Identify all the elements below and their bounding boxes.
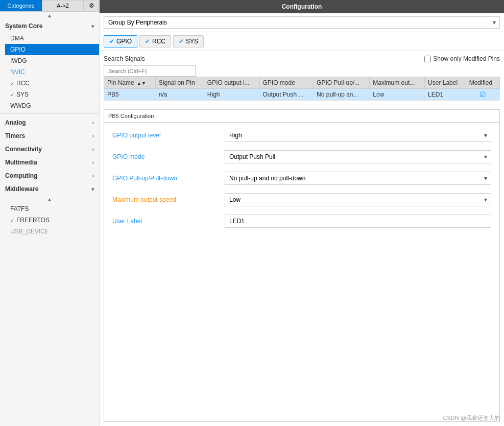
- sidebar-tab-bar: Categories A->Z ⚙: [0, 0, 99, 12]
- config-header: Configuration: [100, 0, 504, 13]
- sidebar-item-usb-device[interactable]: USB_DEVICE: [5, 226, 99, 237]
- sidebar-item-iwdg[interactable]: IWDG: [5, 55, 99, 66]
- settings-icon[interactable]: ⚙: [84, 0, 99, 11]
- multimedia-chevron: ›: [92, 160, 94, 165]
- gpio-tab-check-icon: ✔: [109, 38, 114, 45]
- sidebar-item-dma[interactable]: DMA: [5, 33, 99, 44]
- gpio-pull-label: GPIO Pull-up/Pull-down: [112, 175, 225, 182]
- connectivity-label: Connectivity: [5, 146, 42, 153]
- group-by-select[interactable]: Group By Peripherals: [104, 16, 500, 29]
- multimedia-header[interactable]: Multimedia ›: [0, 156, 99, 169]
- sys-label: SYS: [16, 91, 29, 98]
- max-output-speed-input-wrapper: Low Medium High Very High: [225, 193, 491, 206]
- sidebar-item-gpio[interactable]: GPIO: [5, 44, 99, 55]
- user-label-input-wrapper: [225, 215, 491, 228]
- iwdg-label: IWDG: [10, 57, 27, 64]
- gpio-output-level-select[interactable]: High Low: [225, 129, 491, 142]
- system-core-items: DMA GPIO IWDG NVIC ✓RCC ✓SYS WWDG: [0, 33, 99, 111]
- cell-max-output: Low: [370, 89, 425, 101]
- system-core-header[interactable]: System Core ▾: [0, 19, 99, 33]
- computing-label: Computing: [5, 172, 37, 179]
- col-user-label[interactable]: User Label: [425, 77, 466, 89]
- group-by-wrapper: Group By Peripherals: [104, 16, 500, 29]
- user-label-label: User Label: [112, 218, 225, 225]
- middleware-label: Middleware: [5, 185, 38, 193]
- system-core-chevron: ▾: [91, 23, 94, 29]
- sidebar-item-nvic[interactable]: NVIC: [5, 66, 99, 78]
- analog-chevron: ›: [92, 120, 94, 126]
- sys-tab-label: SYS: [186, 38, 198, 45]
- sidebar-group-multimedia: Multimedia ›: [0, 156, 99, 169]
- watermark: CSDN @我家还变大的: [443, 414, 500, 422]
- sidebar-group-middleware: Middleware ▾ ▲ FATFS ✓FREERTOS USB_DEVIC…: [0, 182, 99, 237]
- pb5-config-section: PB5 Configuration : GPIO output level Hi…: [104, 109, 500, 422]
- connectivity-chevron: ›: [92, 147, 94, 152]
- rcc-check-icon: ✓: [10, 81, 14, 86]
- tab-categories[interactable]: Categories: [0, 0, 42, 11]
- cell-modified: ☑: [466, 89, 499, 101]
- col-max-output[interactable]: Maximum out...: [370, 77, 425, 89]
- tab-az[interactable]: A->Z: [42, 0, 84, 11]
- gpio-mode-label: GPIO mode: [112, 153, 225, 160]
- sidebar-item-sys[interactable]: ✓SYS: [5, 89, 99, 100]
- gpio-output-level-label: GPIO output level: [112, 132, 225, 139]
- gpio-mode-input-wrapper: Output Push Pull Output Open Drain: [225, 150, 491, 163]
- fatfs-label: FATFS: [10, 205, 29, 212]
- main-content: Configuration Group By Peripherals ✔ GPI…: [100, 0, 504, 426]
- computing-header[interactable]: Computing ›: [0, 169, 99, 182]
- gpio-mode-select[interactable]: Output Push Pull Output Open Drain: [225, 150, 491, 163]
- cell-gpio-output-level: High: [204, 89, 259, 101]
- max-output-speed-select[interactable]: Low Medium High Very High: [225, 193, 491, 206]
- col-gpio-pull[interactable]: GPIO Pull-up/...: [314, 77, 370, 89]
- modified-check-icon: ☑: [479, 90, 486, 99]
- cell-gpio-mode: Output Push ...: [259, 89, 314, 101]
- middleware-chevron: ▾: [91, 186, 94, 192]
- signals-title: Search Signals: [104, 55, 145, 62]
- pb5-config-title: PB5 Configuration :: [104, 110, 499, 123]
- col-modified[interactable]: Modified: [466, 77, 499, 89]
- scroll-up-btn-2[interactable]: ▲: [0, 196, 99, 203]
- tab-sys[interactable]: ✔ SYS: [173, 35, 204, 48]
- middleware-items: FATFS ✓FREERTOS USB_DEVICE: [0, 203, 99, 237]
- sidebar-item-rcc[interactable]: ✓RCC: [5, 78, 99, 89]
- wwdg-label: WWDG: [10, 102, 31, 109]
- max-output-speed-label: Maximum output speed: [112, 196, 225, 203]
- sidebar-group-computing: Computing ›: [0, 169, 99, 182]
- max-output-speed-field: Maximum output speed Low Medium High Ver…: [112, 193, 491, 206]
- analog-header[interactable]: Analog ›: [0, 116, 99, 129]
- sidebar-item-fatfs[interactable]: FATFS: [5, 203, 99, 215]
- rcc-tab-label: RCC: [152, 38, 165, 45]
- gpio-label: GPIO: [10, 46, 26, 53]
- gpio-output-level-input-wrapper: High Low: [225, 129, 491, 142]
- sidebar-item-wwdg[interactable]: WWDG: [5, 100, 99, 111]
- tab-gpio[interactable]: ✔ GPIO: [104, 35, 137, 48]
- config-bar: Group By Peripherals: [100, 13, 504, 32]
- sidebar: Categories A->Z ⚙ ▲ System Core ▾ DMA GP…: [0, 0, 100, 426]
- gpio-pull-select[interactable]: No pull-up and no pull-down Pull-up Pull…: [225, 172, 491, 185]
- usb-device-label: USB_DEVICE: [10, 228, 49, 235]
- col-gpio-output-level[interactable]: GPIO output l...: [204, 77, 259, 89]
- middleware-header[interactable]: Middleware ▾: [0, 182, 99, 196]
- col-gpio-mode[interactable]: GPIO mode: [259, 77, 314, 89]
- gpio-output-level-field: GPIO output level High Low: [112, 129, 491, 142]
- computing-chevron: ›: [92, 173, 94, 179]
- scroll-up-btn[interactable]: ▲: [0, 12, 99, 19]
- table-row[interactable]: PB5 n/a High Output Push ... No pull-up …: [104, 89, 500, 101]
- cell-user-label: LED1: [425, 89, 466, 101]
- sidebar-item-freertos[interactable]: ✓FREERTOS: [5, 215, 99, 226]
- search-signals-input[interactable]: [104, 65, 196, 77]
- user-label-input[interactable]: [225, 215, 491, 228]
- timers-label: Timers: [5, 132, 25, 139]
- sidebar-group-connectivity: Connectivity ›: [0, 143, 99, 156]
- col-pin-name[interactable]: Pin Name ▲▼: [104, 77, 156, 89]
- gpio-mode-field: GPIO mode Output Push Pull Output Open D…: [112, 150, 491, 163]
- signals-table: Pin Name ▲▼ Signal on Pin GPIO output l.…: [104, 77, 500, 101]
- tab-rcc[interactable]: ✔ RCC: [139, 35, 171, 48]
- timers-chevron: ›: [92, 133, 94, 139]
- connectivity-header[interactable]: Connectivity ›: [0, 143, 99, 156]
- rcc-label: RCC: [16, 80, 30, 87]
- col-signal-on-pin[interactable]: Signal on Pin: [155, 77, 204, 89]
- show-modified-checkbox[interactable]: [424, 56, 431, 62]
- timers-header[interactable]: Timers ›: [0, 129, 99, 143]
- cell-signal-on-pin: n/a: [155, 89, 204, 101]
